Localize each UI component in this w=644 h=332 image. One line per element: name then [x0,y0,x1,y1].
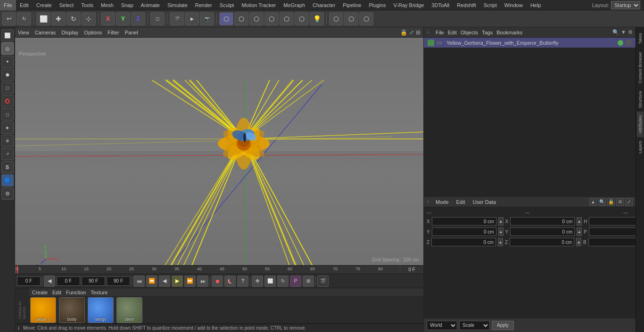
swatch-wings[interactable]: wings [88,297,114,323]
end-frame-input2[interactable] [107,276,130,286]
right-tab-structure[interactable]: Structure [637,87,644,112]
right-tab-content-browser[interactable]: Content Browser [637,48,644,87]
menu-item-help[interactable]: Help [527,0,545,10]
attr-icon-search[interactable]: 🔍 [598,198,606,206]
step-fwd-btn[interactable]: ⏩ [184,275,196,287]
menu-item-edit[interactable]: Edit [16,0,33,10]
left-tool-s[interactable]: S [1,161,14,173]
om-filter-icon[interactable]: ▼ [621,29,626,35]
left-tool-8[interactable]: ⊕ [1,135,14,147]
attr-btn-x-pos[interactable]: ▲ [498,217,504,226]
attr-menu-edit[interactable]: Edit [456,199,465,205]
step-back-btn[interactable]: ⏪ [146,275,157,287]
left-tool-sphere[interactable]: 🔵 [1,174,14,186]
deform-icon[interactable]: ⬡ [264,12,279,25]
current-frame-input[interactable] [57,276,80,286]
swatch-stem[interactable]: stem [116,297,142,323]
universal-tool-button[interactable]: ⊹ [82,12,96,25]
om-menu-file[interactable]: File [436,30,444,35]
scene-icon[interactable]: ⬡ [280,12,294,25]
left-tool-settings[interactable]: ⚙ [1,187,14,200]
attr-input-y-pos2[interactable] [510,227,575,236]
attr-menu-mode[interactable]: Mode [436,199,449,205]
menu-item-pipeline[interactable]: Pipeline [339,0,365,10]
object-mode-button[interactable]: ◻ [150,12,165,25]
floor-icon[interactable]: ⬡ [329,12,343,25]
play-btn[interactable]: ▶ [172,275,183,287]
object-row-flower[interactable]: L0 Yellow_Gerbera_Flower_with_Emperor_Bu… [424,38,636,48]
menu-item-script[interactable]: Script [480,0,501,10]
vp-menu-filter[interactable]: Filter [107,30,119,35]
swatch-petaly[interactable]: petail_y [30,297,56,323]
swatch-petaly-preview[interactable]: petail_y [30,297,56,323]
layout-select[interactable]: Startup [611,1,640,9]
timeline-ruler[interactable]: 051015202530354045505560657075808590 [16,266,400,274]
auto-key-btn[interactable]: ⏾ [224,275,236,287]
vp-icon-grid[interactable]: ⊞ [416,29,421,36]
attr-input-z-pos[interactable] [431,238,496,246]
scale-tool-button[interactable]: ↻ [66,12,81,25]
light-icon-btn[interactable]: 💡 [310,12,324,25]
render-view-button[interactable]: ▶ [185,12,199,25]
left-tool-3[interactable]: ⬢ [1,69,14,81]
attr-input-y-pos[interactable] [432,227,496,236]
attr-input-x-pos2[interactable] [510,217,575,226]
record-btn[interactable]: ⏺ [212,275,223,287]
menu-item-v-ray-bridge[interactable]: V-Ray Bridge [390,0,428,10]
attr-btn-z-pos[interactable]: ▲ [498,238,503,246]
menu-item-character[interactable]: Character [309,0,339,10]
om-menu-objects[interactable]: Objects [461,30,478,35]
swatch-stem-preview[interactable]: stem [116,297,142,323]
vp-menu-display[interactable]: Display [61,30,78,35]
right-tab-takes[interactable]: Takes [637,29,644,48]
cube-icon[interactable]: ⬡ [219,12,233,25]
menu-item-plugins[interactable]: Plugins [365,0,389,10]
menu-item-select[interactable]: Select [56,0,78,10]
vp-icon-expand[interactable]: ⤢ [409,29,414,36]
cloth-icon[interactable]: ⬡ [359,12,373,25]
menu-item-file[interactable]: File [0,0,16,10]
redo-button[interactable]: ↻ [17,12,31,25]
left-tool-5[interactable]: ⭕ [1,95,14,107]
menu-item-redshift[interactable]: Redshift [453,0,479,10]
left-tool-9[interactable]: ↗ [1,148,14,160]
swatch-body[interactable]: body [59,297,85,323]
left-tool-2[interactable]: ✦ [1,56,14,68]
om-settings-icon[interactable]: ⚙ [628,29,633,35]
help-btn[interactable]: ? [237,275,248,287]
end-frame-input[interactable] [82,276,105,286]
menu-item-tools[interactable]: Tools [77,0,97,10]
menu-item-3dtoall[interactable]: 3DToAll [428,0,453,10]
start-frame-input[interactable] [17,276,41,286]
om-menu-edit[interactable]: Edit [448,30,457,35]
attr-btn-y-pos2[interactable]: ▲ [577,227,582,236]
viewport[interactable]: View Cameras Display Options Filter Pane… [15,27,423,265]
z-axis-button[interactable]: Z [131,12,145,25]
rotate-tool-button[interactable]: ✚ [51,12,66,25]
go-start-btn[interactable]: ⏮ [133,275,145,287]
attr-btn-y-pos[interactable]: ▲ [498,227,504,236]
attr-btn-x-pos2[interactable]: ▲ [577,217,582,226]
rot-key-btn[interactable]: ↻ [277,275,289,287]
right-tab-attributes[interactable]: Attributes [637,112,644,137]
vp-menu-cameras[interactable]: Cameras [35,30,56,35]
mat-menu-texture[interactable]: Texture [91,290,107,295]
attr-input-x-pos[interactable] [432,217,496,226]
move-tool-button[interactable]: ⬜ [36,12,50,25]
right-tab-layers[interactable]: Layers [637,137,644,157]
timeline-playhead[interactable] [17,266,18,274]
menu-item-render[interactable]: Render [191,0,216,10]
viewport-scene[interactable]: Perspective [15,38,423,265]
menu-item-mograph[interactable]: MoGraph [280,0,309,10]
om-search-icon[interactable]: 🔍 [612,29,619,35]
menu-item-create[interactable]: Create [33,0,56,10]
swatch-body-preview[interactable]: body [59,297,85,323]
obj-color-chip[interactable] [626,40,632,46]
obj-vis-btn[interactable] [618,40,623,46]
left-tool-4[interactable]: ⬡ [1,82,14,94]
matrix-btn[interactable]: ⊞ [303,275,314,287]
mat-menu-create[interactable]: Create [32,290,48,295]
nurbs-icon[interactable]: ⬡ [249,12,264,25]
menu-item-snap[interactable]: Snap [117,0,137,10]
attr-btn-z-pos2[interactable]: ▲ [576,238,581,246]
